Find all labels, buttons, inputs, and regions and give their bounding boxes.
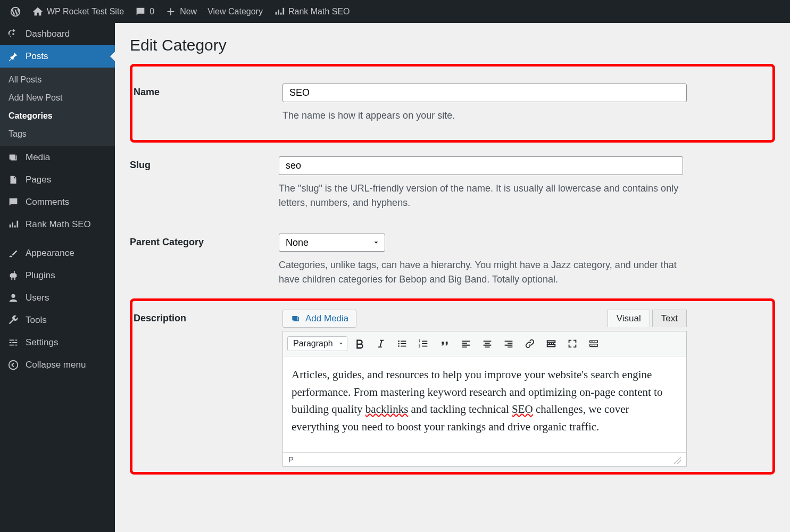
- editor-textarea[interactable]: Articles, guides, and resources to help …: [283, 356, 686, 452]
- menu-collapse[interactable]: Collapse menu: [0, 354, 115, 376]
- site-name: WP Rocket Test Site: [47, 7, 124, 16]
- svg-point-0: [9, 361, 18, 370]
- menu-label: Appearance: [26, 248, 74, 259]
- menu-media[interactable]: Media: [0, 146, 115, 169]
- chart-icon: [7, 219, 19, 230]
- tab-text[interactable]: Text: [652, 310, 687, 327]
- wordpress-icon: [10, 6, 21, 18]
- comment-icon: [7, 196, 19, 208]
- page-title: Edit Category: [130, 36, 775, 54]
- menu-label: Collapse menu: [26, 360, 86, 370]
- menu-tools[interactable]: Tools: [0, 309, 115, 331]
- editor-toolbar: Paragraph 123: [283, 331, 686, 356]
- submenu-add-new[interactable]: Add New Post: [0, 89, 115, 107]
- menu-posts[interactable]: Posts: [0, 45, 115, 68]
- add-media-label: Add Media: [305, 313, 348, 324]
- wrench-icon: [7, 314, 19, 326]
- menu-comments[interactable]: Comments: [0, 191, 115, 213]
- align-center-button[interactable]: [478, 335, 496, 353]
- dashboard-icon: [7, 28, 19, 40]
- align-right-button[interactable]: [500, 335, 518, 353]
- wp-logo[interactable]: [4, 0, 27, 23]
- parent-select[interactable]: None: [279, 234, 385, 252]
- read-more-button[interactable]: [542, 335, 560, 353]
- user-icon: [7, 292, 19, 304]
- submenu-tags[interactable]: Tags: [0, 125, 115, 143]
- align-left-button[interactable]: [457, 335, 475, 353]
- view-category-label: View Category: [207, 7, 263, 16]
- resize-handle[interactable]: [673, 456, 681, 464]
- menu-label: Tools: [26, 315, 47, 326]
- menu-label: Plugins: [26, 270, 55, 281]
- menu-label: Media: [26, 152, 50, 163]
- menu-users[interactable]: Users: [0, 287, 115, 309]
- plus-icon: [165, 6, 177, 18]
- svg-point-1: [398, 340, 400, 342]
- name-label: Name: [134, 84, 282, 123]
- bullet-list-button[interactable]: [393, 335, 411, 353]
- slug-description: The "slug" is the URL-friendly version o…: [279, 181, 683, 210]
- name-input[interactable]: [282, 84, 687, 102]
- comments-link[interactable]: 0: [129, 0, 160, 23]
- link-button[interactable]: [521, 335, 539, 353]
- pages-icon: [7, 174, 19, 186]
- add-media-button[interactable]: Add Media: [282, 310, 356, 328]
- editor-container: Paragraph 123: [282, 331, 687, 467]
- posts-submenu: All Posts Add New Post Categories Tags: [0, 68, 115, 146]
- main-content: Edit Category Name The name is how it ap…: [115, 23, 790, 532]
- format-select[interactable]: Paragraph: [287, 336, 347, 351]
- element-path[interactable]: P: [288, 455, 294, 464]
- menu-pages[interactable]: Pages: [0, 169, 115, 191]
- menu-dashboard[interactable]: Dashboard: [0, 23, 115, 45]
- admin-sidebar: Dashboard Posts All Posts Add New Post C…: [0, 23, 115, 532]
- svg-point-3: [398, 345, 400, 347]
- view-category-link[interactable]: View Category: [202, 0, 268, 23]
- menu-plugins[interactable]: Plugins: [0, 264, 115, 287]
- brush-icon: [7, 247, 19, 259]
- sliders-icon: [7, 337, 19, 348]
- slug-label: Slug: [130, 156, 279, 210]
- chart-icon: [273, 6, 285, 18]
- editor-statusbar: P: [283, 452, 686, 466]
- new-link[interactable]: New: [160, 0, 202, 23]
- rankmath-link[interactable]: Rank Math SEO: [268, 0, 355, 23]
- media-icon: [7, 152, 19, 163]
- menu-label: Comments: [26, 197, 69, 207]
- menu-label: Users: [26, 293, 49, 303]
- parent-label: Parent Category: [130, 234, 279, 287]
- italic-button[interactable]: [372, 335, 390, 353]
- menu-label: Pages: [26, 174, 51, 185]
- fullscreen-button[interactable]: [563, 335, 581, 353]
- svg-rect-8: [589, 344, 597, 347]
- bold-button[interactable]: [351, 335, 369, 353]
- comment-icon: [135, 6, 146, 18]
- slug-input[interactable]: [279, 156, 683, 175]
- pin-icon: [7, 51, 19, 62]
- menu-rankmath[interactable]: Rank Math SEO: [0, 213, 115, 236]
- new-label: New: [180, 7, 197, 16]
- menu-label: Settings: [26, 337, 58, 348]
- submenu-all-posts[interactable]: All Posts: [0, 71, 115, 89]
- media-icon: [290, 313, 301, 324]
- menu-settings[interactable]: Settings: [0, 331, 115, 354]
- admin-bar: WP Rocket Test Site 0 New View Category …: [0, 0, 790, 23]
- quote-button[interactable]: [436, 335, 454, 353]
- svg-text:3: 3: [419, 345, 421, 348]
- collapse-icon: [7, 359, 19, 371]
- menu-appearance[interactable]: Appearance: [0, 242, 115, 264]
- name-description: The name is how it appears on your site.: [282, 109, 687, 123]
- home-icon: [32, 6, 44, 18]
- menu-label: Dashboard: [26, 29, 70, 39]
- submenu-categories[interactable]: Categories: [0, 107, 115, 125]
- tab-visual[interactable]: Visual: [608, 310, 650, 327]
- site-name-link[interactable]: WP Rocket Test Site: [27, 0, 129, 23]
- toolbar-toggle-button[interactable]: [585, 335, 603, 353]
- svg-point-2: [398, 343, 400, 345]
- menu-label: Rank Math SEO: [26, 219, 91, 230]
- menu-label: Posts: [26, 51, 48, 62]
- numbered-list-button[interactable]: 123: [414, 335, 433, 353]
- description-label: Description: [134, 310, 282, 467]
- parent-description: Categories, unlike tags, can have a hier…: [279, 258, 683, 287]
- rankmath-label: Rank Math SEO: [288, 7, 350, 16]
- highlight-description-section: Description Add Media Visual Text: [130, 298, 775, 475]
